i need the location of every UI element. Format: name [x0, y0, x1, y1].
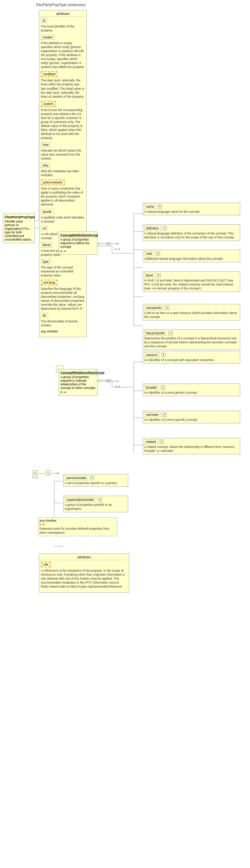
attr-modified-label: modified — [41, 71, 57, 77]
definition-desc: A natural language definition of the sem… — [144, 232, 239, 240]
hierarchyinfo-desc: Represents the position of a concept in … — [144, 336, 239, 348]
right-definition-box: definition + A natural language definiti… — [143, 224, 240, 241]
sameas-elem-box: sameAs + — [144, 352, 239, 357]
person-details-box: personDetails + A set of properties spec… — [63, 474, 128, 487]
person-details-icon: + — [90, 476, 94, 480]
right-sameas-box: sameAs + An identifier of a concept with… — [143, 351, 240, 364]
attr-role-desc: A refinement of the semantics of the pro… — [41, 569, 128, 589]
main-attributes-panel: attributes id The local identifier of th… — [39, 10, 87, 337]
attr-role-label: role — [41, 562, 51, 567]
crg-multiplicity: 0..∞ — [60, 390, 96, 394]
attributes-title: attributes — [41, 12, 85, 17]
bottom-attributes-panel: attributes role A refinement of the sema… — [39, 554, 129, 593]
right-broader-box: broader + An identifier of a more generi… — [143, 384, 240, 396]
attr-id: id The local identifier of the property. — [41, 18, 85, 33]
narrower-desc: An identifier of a more specific concept… — [144, 418, 239, 422]
attr-id-label: id — [41, 18, 47, 23]
right-facet-box: facet + In NAR 1.8 and later, facet is d… — [143, 271, 240, 292]
person-details-elem: personDetails + — [65, 475, 127, 480]
name-icon: + — [158, 204, 162, 209]
hierarchyinfo-icon: + — [168, 331, 172, 335]
entity-description: Flexible party (person or organisation) … — [5, 220, 33, 241]
connector-line-top: —— — [39, 471, 44, 475]
cdg-description: A group of properties required to define… — [60, 238, 96, 249]
attr-qcode: qcode A qualified code which identifies … — [41, 209, 85, 224]
attr-why-label: why — [41, 163, 50, 168]
any-other-desc: Extension point for provider-defined pro… — [39, 527, 116, 535]
attr-xmllang-desc: Specifies the language of this property … — [41, 287, 85, 311]
attr-custom-desc: If set to true the corresponding propert… — [41, 108, 85, 140]
definition-elem-box: definition + — [144, 226, 239, 231]
hierarchyinfo-elem-box: hierarchyInfo + — [144, 331, 239, 336]
sameas-desc: An identifier of a concept with equivale… — [144, 358, 239, 362]
narrower-elem-box: narrower + — [144, 412, 239, 417]
related-icon: + — [160, 440, 164, 444]
connector-diamond-left: ◇ — [33, 470, 38, 475]
attr-modified-desc: The date (and, optionally, the time) whe… — [41, 79, 85, 98]
attr-modified: modified The date (and, optionally, the … — [41, 71, 85, 98]
cdg-multiplicity: 0..∞ — [60, 249, 96, 253]
person-details-desc: A set of properties specific to a person… — [65, 481, 127, 485]
crg-title: ConceptRelationshipsGroup — [60, 371, 96, 374]
attr-custom-label: custom — [41, 101, 56, 107]
attr-how: how Indicates by which means the value w… — [41, 142, 85, 161]
note-desc: Additional natural language information … — [144, 257, 239, 261]
attr-creator-label: creator — [41, 35, 55, 40]
attr-qcode-desc: A qualified code which identifies a conc… — [41, 216, 85, 224]
attr-why-desc: Why the metadata has been included. — [41, 169, 85, 177]
remoteinfo-elem-box: remoteInfo + — [144, 305, 239, 310]
attr-creator: creator If the attribute is empty, speci… — [41, 35, 85, 69]
note-elem-box: note + — [144, 251, 239, 256]
broader-desc: An identifier of a more generic concept. — [144, 391, 239, 395]
attr-dir-label: dir — [41, 313, 48, 318]
attr-dir: dir The directionality of textual conten… — [41, 313, 85, 327]
attr-type-desc: The type of the concept expressed as con… — [41, 266, 85, 278]
broader-icon: + — [161, 385, 165, 390]
bottom-attr-title: attributes — [41, 555, 128, 560]
attr-uri-label: uri — [41, 226, 48, 231]
right-note-box: note + Additional natural language infor… — [143, 250, 240, 262]
attr-anyother-label: any ##other — [41, 330, 85, 333]
any-other-mult: 0..∞ — [39, 523, 116, 526]
crg-multiplicity-label: 0..∞ — [115, 385, 120, 388]
connector-box-seq: 1 — [46, 470, 51, 475]
flext-party-prop-type-box: FlextPartyPropType Flexible party (perso… — [3, 213, 35, 243]
name-desc: A natural language name for the concept. — [144, 210, 239, 214]
facet-desc: In NAR 1.8 and later, facet is deprecate… — [144, 279, 239, 291]
person-org-connector: ◇ —— 1 ——▷ — [33, 470, 60, 475]
connector-line-bottom: ——▷ — [52, 471, 60, 475]
attr-xmllang-label: xml:lang — [41, 280, 57, 285]
attr-dir-desc: The directionality of textual content. — [41, 319, 85, 327]
broader-elem-box: broader + — [144, 385, 239, 390]
right-narrower-box: narrower + An identifier of a more speci… — [143, 411, 240, 423]
concept-definition-group-box: ConceptDefinitionGroup A group of proper… — [59, 232, 98, 255]
any-other-bottom-box: any ##other 0..∞ Extension point for pro… — [38, 517, 117, 536]
cdg-connector-diamond: ◇——[1]——▷ — [98, 242, 119, 245]
attr-type-label: type — [41, 259, 51, 264]
right-hierarchyinfo-box: hierarchyInfo + Represents the position … — [143, 329, 240, 350]
org-details-icon: + — [98, 497, 102, 502]
concept-relationships-group-box: ConceptRelationshipsGroup A group of pro… — [59, 369, 98, 396]
attr-how-label: how — [41, 142, 51, 147]
attr-type: type The type of the concept expressed a… — [41, 259, 85, 278]
attr-custom: custom If set to true the corresponding … — [41, 101, 85, 140]
attr-xmllang: xml:lang Specifies the language of this … — [41, 280, 85, 311]
attr-qcode-label: qcode — [41, 209, 53, 214]
name-elem-box: name + — [144, 204, 239, 209]
right-related-box: related + A related concept, where the r… — [143, 438, 240, 454]
remoteinfo-desc: A link to an item or a web resource whic… — [144, 311, 239, 319]
attr-any-other: any ##other — [41, 330, 85, 333]
facet-icon: + — [157, 273, 161, 278]
facet-elem-box: facet + — [144, 273, 239, 278]
sameas-icon: + — [161, 353, 165, 357]
attr-why: why Why the metadata has been included. — [41, 163, 85, 177]
entity-label: FlextPartyPropType — [5, 215, 33, 219]
right-name-box: name + A natural language name for the c… — [143, 203, 240, 215]
related-elem-box: related + — [144, 439, 239, 444]
attr-id-desc: The local identifier of the property. — [41, 25, 85, 33]
org-details-elem: organisationDetails + — [65, 497, 127, 502]
cdg-title: ConceptDefinitionGroup — [60, 233, 96, 237]
attr-pubconstraint: pubconstraint One or many constraints th… — [41, 179, 85, 207]
page-title: FlexPartyPropType (extension) — [36, 3, 86, 7]
narrower-icon: + — [163, 412, 167, 417]
